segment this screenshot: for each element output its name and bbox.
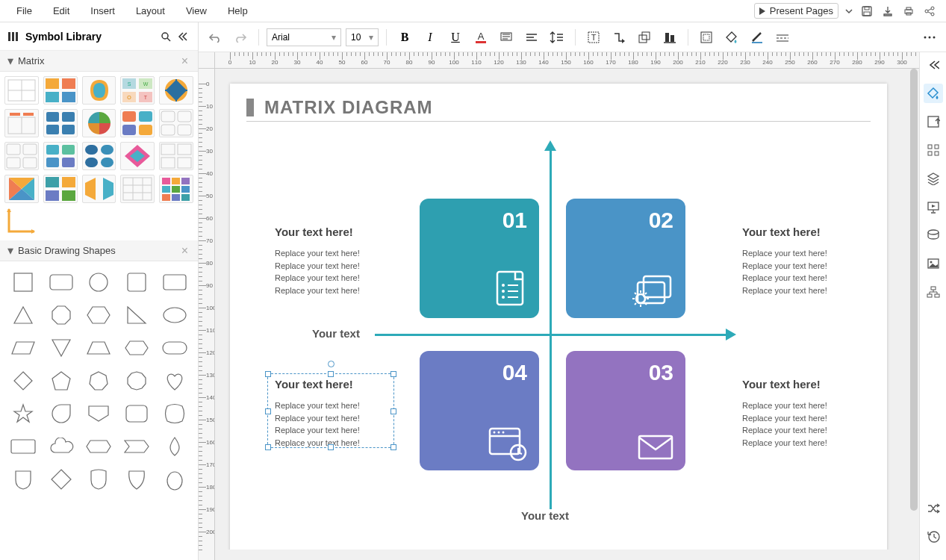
font-size-select[interactable]: 10▾: [346, 28, 379, 46]
menu-edit[interactable]: Edit: [43, 2, 80, 19]
shape-drop[interactable]: [158, 433, 190, 460]
shape-cloud[interactable]: [46, 433, 78, 460]
vertical-scrollbar[interactable]: [909, 69, 919, 560]
matrix-template[interactable]: [43, 76, 78, 105]
matrix-template[interactable]: [43, 142, 78, 170]
shape-star[interactable]: [7, 400, 40, 427]
matrix-template[interactable]: [43, 109, 78, 137]
matrix-template[interactable]: [82, 109, 116, 137]
print-button[interactable]: [900, 2, 918, 20]
text-block-1[interactable]: Your text here! Replace your text here! …: [275, 225, 394, 296]
matrix-template[interactable]: [120, 109, 155, 137]
menu-insert[interactable]: Insert: [80, 2, 125, 19]
fill-panel-button[interactable]: [924, 84, 943, 103]
group-button[interactable]: [634, 27, 655, 48]
resize-handle-ne[interactable]: [390, 371, 396, 377]
matrix-template[interactable]: [4, 142, 39, 170]
align-button[interactable]: [521, 27, 542, 48]
share-button[interactable]: [921, 2, 939, 20]
bold-button[interactable]: B: [394, 27, 415, 48]
shape-parallelogram[interactable]: [7, 335, 40, 361]
font-color-button[interactable]: A: [470, 27, 491, 48]
shape-shield[interactable]: [7, 466, 40, 493]
shape-egg[interactable]: [158, 466, 190, 493]
data-panel-button[interactable]: [924, 225, 943, 245]
matrix-template[interactable]: [43, 175, 78, 203]
matrix-template[interactable]: [82, 76, 116, 105]
text-block-4-selected[interactable]: Your text here! Replace your text here! …: [275, 378, 394, 449]
axis-template[interactable]: [4, 206, 37, 236]
menu-view[interactable]: View: [175, 2, 217, 19]
shape-circle[interactable]: [83, 269, 115, 296]
italic-button[interactable]: I: [420, 27, 441, 48]
quadrant-4[interactable]: 04: [420, 351, 539, 470]
matrix-template[interactable]: [4, 175, 39, 203]
x-axis-label[interactable]: Your text: [312, 327, 360, 340]
resize-handle-sw[interactable]: [265, 444, 271, 450]
matrix-template[interactable]: [120, 142, 155, 170]
quadrant-1[interactable]: 01: [420, 199, 539, 318]
resize-handle-w[interactable]: [265, 408, 271, 414]
menu-help[interactable]: Help: [217, 2, 258, 19]
fill-color-button[interactable]: [721, 27, 742, 48]
shape-hexagon[interactable]: [83, 302, 115, 329]
canvas[interactable]: MATRIX DIAGRAM Your text Your text 01: [215, 69, 919, 560]
undo-button[interactable]: [205, 27, 225, 48]
present-dropdown[interactable]: [841, 2, 856, 20]
resize-handle-nw[interactable]: [265, 371, 271, 377]
page-title[interactable]: MATRIX DIAGRAM: [264, 97, 433, 118]
shape-chevron[interactable]: [121, 433, 153, 460]
matrix-template[interactable]: [159, 76, 193, 105]
shape-stadium[interactable]: [158, 335, 190, 361]
shape-triangle-down[interactable]: [46, 335, 78, 361]
underline-button[interactable]: U: [445, 27, 466, 48]
shape-shield3[interactable]: [121, 466, 153, 493]
page[interactable]: MATRIX DIAGRAM Your text Your text 01: [230, 84, 887, 560]
shape-triangle[interactable]: [7, 302, 40, 329]
container-button[interactable]: [696, 27, 717, 48]
text-block-3[interactable]: Your text here! Replace your text here! …: [742, 378, 862, 449]
shape-shield2[interactable]: [83, 466, 115, 493]
text-block-2[interactable]: Your text here! Replace your text here! …: [742, 225, 862, 296]
shape-square[interactable]: [7, 269, 40, 296]
presentation-panel-button[interactable]: [924, 197, 943, 217]
menu-layout[interactable]: Layout: [125, 2, 175, 19]
shape-pentagon-flat[interactable]: [83, 400, 115, 427]
font-family-select[interactable]: Arial▾: [267, 28, 341, 46]
matrix-template[interactable]: [4, 109, 39, 137]
matrix-template[interactable]: [4, 76, 39, 105]
shape-teardrop[interactable]: [46, 400, 78, 427]
shape-cushion[interactable]: [158, 400, 190, 427]
layers-panel-button[interactable]: [924, 169, 943, 188]
save-button[interactable]: [858, 2, 876, 20]
shape-rhombus[interactable]: [46, 466, 78, 493]
line-spacing-button[interactable]: [547, 27, 567, 48]
line-style-button[interactable]: [772, 27, 793, 48]
align-objects-button[interactable]: [659, 27, 680, 48]
shape-trapezoid[interactable]: [83, 335, 115, 361]
menu-file[interactable]: File: [6, 2, 43, 19]
shape-hex-rect[interactable]: [83, 433, 115, 460]
matrix-template[interactable]: [159, 109, 193, 137]
shape-rounded-rect[interactable]: [46, 269, 78, 296]
highlight-button[interactable]: [496, 27, 517, 48]
close-basic-section[interactable]: ×: [179, 244, 190, 258]
matrix-template[interactable]: SWOT: [120, 76, 155, 105]
shape-right-triangle[interactable]: [121, 302, 153, 329]
resize-handle-n[interactable]: [328, 371, 334, 377]
quadrant-3[interactable]: 03: [566, 351, 685, 470]
matrix-template[interactable]: [159, 175, 193, 203]
shape-rect-small-radius[interactable]: [121, 269, 153, 296]
shape-pentagon[interactable]: [46, 367, 78, 394]
shape-panel-button[interactable]: [924, 112, 943, 131]
history-button[interactable]: [924, 527, 943, 547]
hierarchy-panel-button[interactable]: [924, 282, 943, 302]
x-axis-arrow[interactable]: [375, 334, 726, 336]
image-panel-button[interactable]: [924, 254, 943, 273]
grid-panel-button[interactable]: [924, 140, 943, 160]
more-button[interactable]: [919, 27, 940, 48]
collapse-sidebar-button[interactable]: [174, 28, 190, 45]
shape-decagon[interactable]: [121, 367, 153, 394]
y-axis-label[interactable]: Your text: [521, 509, 569, 522]
y-axis-arrow[interactable]: [550, 151, 552, 509]
